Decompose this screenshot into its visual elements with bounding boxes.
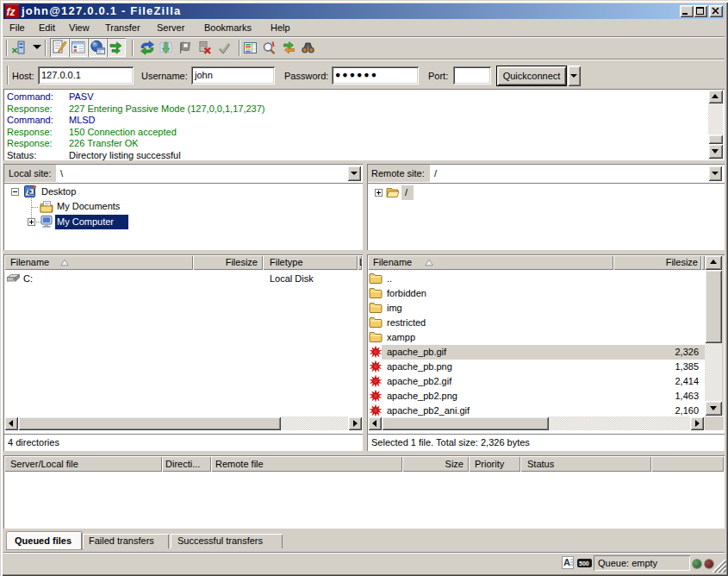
- svg-text:A: A: [563, 557, 570, 567]
- svg-text:fz: fz: [7, 6, 16, 18]
